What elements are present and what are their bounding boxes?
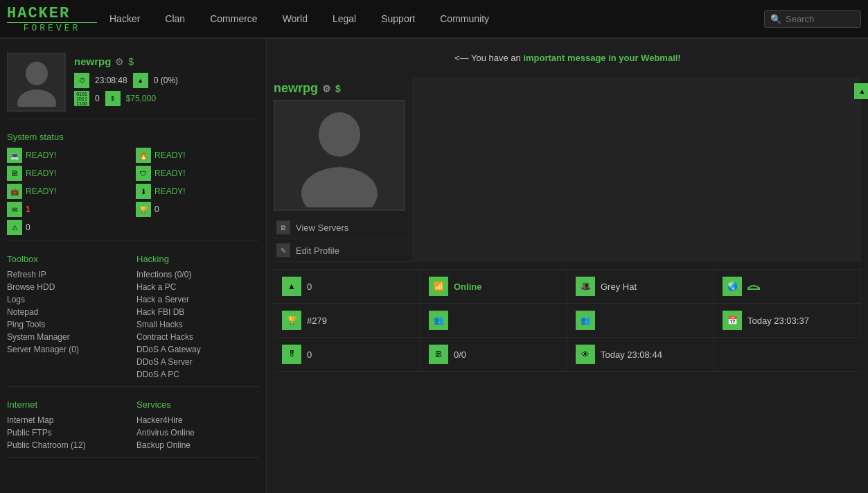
- hack-pc[interactable]: Hack a PC: [136, 281, 259, 293]
- edit-icon: ✎: [276, 243, 290, 257]
- public-chatroom[interactable]: Public Chatroom (12): [7, 439, 130, 451]
- nav-world[interactable]: World: [270, 0, 320, 38]
- nav-support[interactable]: Support: [369, 0, 427, 38]
- notification-bar: <— You have an important message in your…: [274, 46, 861, 70]
- ddos-pc[interactable]: DDoS A PC: [136, 368, 259, 381]
- dollar-icon[interactable]: $: [128, 56, 134, 67]
- mail-icon: ✉: [7, 202, 22, 217]
- hacker4hire[interactable]: Hacker4Hire: [136, 414, 259, 426]
- profile-username: newrpg: [74, 55, 111, 67]
- status-firewall: 🔥 READY!: [136, 148, 259, 163]
- notification-highlight: important message in your Webmail: [523, 53, 677, 63]
- ddos-server[interactable]: DDoS A Server: [136, 356, 259, 368]
- stat-extra: [714, 338, 861, 372]
- backup-online[interactable]: Backup Online: [136, 439, 259, 451]
- nav-community[interactable]: Community: [427, 0, 502, 38]
- files-icon: 🖹: [429, 345, 448, 364]
- monitor-icon: 💻: [7, 148, 22, 163]
- antivirus-online[interactable]: Antivirus Online: [136, 426, 259, 439]
- alert-icon: ⚠: [7, 220, 22, 235]
- ping-tools[interactable]: Ping Tools: [7, 318, 130, 331]
- stat-xp: 0 (0%): [154, 76, 178, 85]
- stat-time: 23:08:48: [95, 76, 127, 85]
- notepad[interactable]: Notepad: [7, 306, 130, 318]
- nav-commerce[interactable]: Commerce: [197, 0, 269, 38]
- files-value: 0/0: [454, 349, 466, 360]
- nav-legal[interactable]: Legal: [320, 0, 369, 38]
- card-dollar-icon[interactable]: $: [335, 83, 341, 94]
- profile-name-row: newrpg ⚙ $: [74, 55, 259, 67]
- toolbox-col: Toolbox Refresh IP Browse HDD Logs Notep…: [7, 254, 130, 381]
- stat-time-row: ⏱ 23:08:48 ▲ 0 (0%): [74, 73, 259, 88]
- monitor-status: READY!: [26, 150, 57, 160]
- wifi-icon: 📶: [429, 277, 448, 296]
- server-manager[interactable]: Server Manager (0): [7, 343, 130, 356]
- trophy-count: 0: [154, 205, 159, 214]
- public-ftps[interactable]: Public FTPs: [7, 426, 130, 439]
- stat-online: 📶 Online: [420, 270, 567, 304]
- contract-hacks[interactable]: Contract Hacks: [136, 331, 259, 343]
- refresh-ip[interactable]: Refresh IP: [7, 268, 130, 281]
- nav-clan[interactable]: Clan: [152, 0, 197, 38]
- card-name-row: newrpg ⚙ $: [274, 77, 412, 100]
- nav-hacker[interactable]: Hacker: [97, 0, 152, 38]
- view-servers-label: View Servers: [296, 223, 348, 233]
- alert-count: 0: [26, 223, 30, 232]
- infections[interactable]: Infections (0/0): [136, 268, 259, 281]
- money-icon: $: [105, 91, 121, 106]
- status-mail: ✉ 1: [7, 202, 130, 217]
- right-edge-button[interactable]: ▲: [854, 83, 868, 99]
- view-servers-btn[interactable]: 🗎 View Servers: [274, 216, 412, 239]
- status-grid: 💻 READY! 🔥 READY! 🖹 READY! 🛡 READY! 💼: [7, 148, 259, 199]
- internet-col: Internet Internet Map Public FTPs Public…: [7, 399, 130, 451]
- system-status: System status 💻 READY! 🔥 READY! 🖹 READY!…: [7, 126, 259, 241]
- logo: HaCker ForEver: [7, 5, 97, 33]
- card-avatar: [274, 100, 405, 211]
- edit-profile-btn[interactable]: ✎ Edit Profile: [274, 239, 412, 262]
- internet-services-columns: Internet Internet Map Public FTPs Public…: [7, 399, 259, 451]
- main-nav: Hacker Clan Commerce World Legal Support…: [97, 0, 764, 38]
- notepad-icon: 🖹: [7, 166, 22, 181]
- stat-position: 🏆 #279: [274, 304, 420, 338]
- search-input[interactable]: [786, 14, 855, 24]
- rank-value: 0: [307, 282, 312, 292]
- internet-map[interactable]: Internet Map: [7, 414, 130, 426]
- eye-icon: 👁: [576, 345, 595, 364]
- download-status: READY!: [154, 187, 186, 196]
- profile-card: newrpg ⚙ $ 🗎 View Servers: [274, 77, 861, 262]
- settings-icon[interactable]: ⚙: [115, 56, 124, 67]
- stat-last-seen: 👁 Today 23:08:44: [567, 338, 714, 372]
- hack-fbi[interactable]: Hack FBI DB: [136, 306, 259, 318]
- user-value: [747, 282, 760, 292]
- svg-point-3: [301, 167, 378, 207]
- browse-hdd[interactable]: Browse HDD: [7, 281, 130, 293]
- notepad-status: READY!: [26, 168, 57, 178]
- logo-hacker-text: HaCker: [7, 5, 97, 22]
- small-hacks[interactable]: Small Hacks: [136, 318, 259, 331]
- svg-point-1: [17, 89, 56, 107]
- online-value: Online: [454, 282, 481, 292]
- search-box[interactable]: 🔍: [764, 10, 861, 28]
- user-icon: 🌏: [723, 277, 742, 296]
- profile-actions: 🗎 View Servers ✎ Edit Profile: [274, 216, 412, 262]
- internet-title: Internet: [7, 399, 130, 410]
- hack-server[interactable]: Hack a Server: [136, 293, 259, 306]
- avatar-silhouette: [16, 58, 57, 107]
- edit-profile-label: Edit Profile: [296, 245, 339, 256]
- notification-text: <— You have an: [454, 53, 523, 63]
- briefcase-status: READY!: [26, 187, 57, 196]
- stat-hat: 🎩 Grey Hat: [567, 270, 714, 304]
- stat-files: 🖹 0/0: [420, 338, 567, 372]
- logs[interactable]: Logs: [7, 293, 130, 306]
- toolbox-title: Toolbox: [7, 254, 130, 264]
- svg-point-2: [319, 112, 360, 157]
- firewall-icon: 🔥: [136, 148, 151, 163]
- ddos-gateway[interactable]: DDoS A Gateway: [136, 343, 259, 356]
- status-counts: ✉ 1 🏆 0 ⚠ 0: [7, 202, 259, 235]
- system-manager[interactable]: System Manager: [7, 331, 130, 343]
- card-settings-icon[interactable]: ⚙: [322, 83, 331, 94]
- hat-icon: 🎩: [576, 277, 595, 296]
- last-seen-value: Today 23:08:44: [601, 349, 662, 360]
- stat-binary-row: 010110111100 0 $ $75,000: [74, 91, 259, 106]
- status-shield: 🛡 READY!: [136, 166, 259, 181]
